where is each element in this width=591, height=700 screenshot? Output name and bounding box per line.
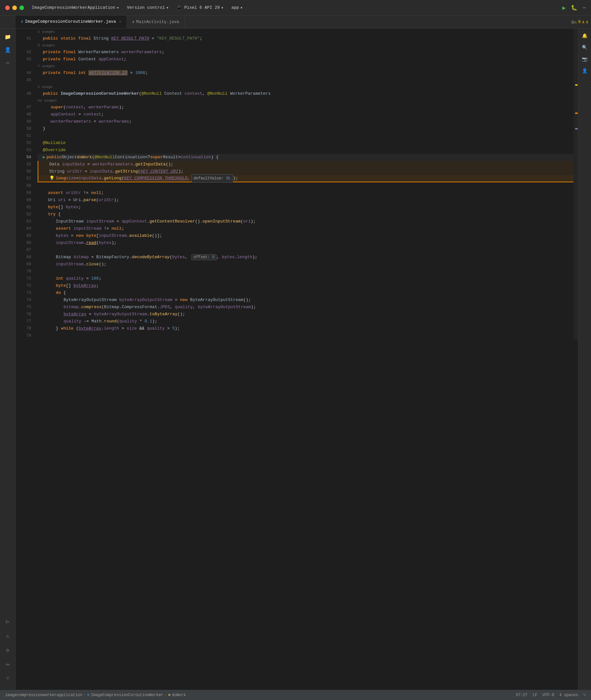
tab-coroutine-worker[interactable]: J ImageCompressionCoroutineWorker.java ✕ (15, 15, 127, 28)
breadcrumb-app: imagecompressionworkerapplication (5, 693, 82, 697)
line-53: 53 (15, 147, 31, 154)
extensions-icon[interactable]: ◇ (2, 644, 14, 656)
run-icon[interactable]: ▷ (2, 616, 14, 627)
version-control-title[interactable]: Version control ▾ (127, 5, 169, 10)
code-78-content: } while (byteArray.length > size && qual… (56, 325, 180, 332)
code-73-content: do { (56, 289, 66, 297)
code-scroll-area[interactable]: 41 42 43 44 45 46 47 48 49 50 51 52 (15, 28, 578, 690)
more-icon[interactable]: ⋯ (2, 57, 14, 69)
usage-label-44: 7 usages (38, 63, 574, 69)
profile-icon[interactable]: 👤 (580, 66, 589, 75)
code-line-64: assert inputStream != null; (38, 225, 574, 232)
project-title[interactable]: ImageCompressionWorkerApplication ▾ (32, 5, 119, 10)
breadcrumb: imagecompressionworkerapplication › ⊙ Im… (5, 693, 186, 697)
code-59-content: assert uriStr != null; (48, 189, 104, 197)
line-47: 47 (15, 104, 31, 111)
code-line-49: workerParameters = workerParams; (38, 118, 574, 125)
vc-chevron-icon: ▾ (166, 5, 169, 10)
code-line-77: quality -= Math.round(quality * 0.1); (38, 318, 574, 325)
code-54-content: ▶ public Object doWork(@NonNull Continua… (43, 154, 219, 161)
camera-icon[interactable]: 📷 (580, 55, 589, 64)
title-bar: ImageCompressionWorkerApplication ▾ Vers… (0, 0, 591, 15)
code-line-53: @Override (38, 147, 574, 154)
line-50: 50 (15, 125, 31, 132)
code-62-content: try { (48, 211, 61, 218)
code-line-47: super(context, workerParams); (38, 104, 574, 111)
warning-chevron-up[interactable]: ∧ (582, 19, 585, 25)
code-line-57: 💡 long size = inputData.getLong(KEY_COMP… (38, 175, 574, 182)
close-button[interactable] (5, 5, 10, 10)
line-66: 66 (15, 239, 31, 247)
default-value-hint: defaultValue: 0L (191, 174, 233, 183)
structure-icon[interactable]: 👤 (2, 44, 14, 56)
terminal-icon[interactable]: ▭ (2, 658, 14, 670)
line-73: 73 (15, 289, 31, 297)
line-78: 78 (15, 325, 31, 332)
tab-coroutine-worker-label: ImageCompressionCoroutineWorker.java (25, 19, 116, 24)
code-line-70 (38, 268, 574, 275)
line-55: 55 (15, 161, 31, 168)
line-54: 54 (15, 154, 31, 161)
code-57-content: 💡 long size = inputData.getLong(KEY_COMP… (49, 174, 238, 183)
line-67: 67 (15, 247, 31, 254)
status-bar-left: imagecompressionworkerapplication › ⊙ Im… (5, 693, 511, 697)
status-bar: imagecompressionworkerapplication › ⊙ Im… (0, 690, 591, 700)
line-46: 46 (15, 90, 31, 97)
code-75-content: bitmap.compress(Bitmap.CompressFormat.JP… (64, 304, 256, 311)
code-71-content: int quality = 100; (56, 275, 101, 282)
run-button[interactable]: ▶ (563, 4, 566, 11)
line-65: 65 (15, 232, 31, 239)
line-64: 64 (15, 225, 31, 232)
search-icon[interactable]: 🔍 (580, 43, 589, 52)
code-line-69: inputStream.close(); (38, 261, 574, 268)
code-60-content: Uri uri = Uri.parse(uriStr); (48, 197, 119, 204)
code-74-content: ByteArrayOutputStream byteArrayOutputStr… (64, 297, 251, 304)
line-74: 74 (15, 297, 31, 304)
code-line-63: InputStream inputStream = appContext.get… (38, 218, 574, 225)
tab-settings-icon[interactable]: ⚙ (571, 19, 575, 25)
line-44: 44 (15, 69, 31, 76)
line-71: 71 (15, 275, 31, 282)
scroll-bar[interactable] (574, 28, 578, 339)
code-55-content: Data inputData = workerParameters.getInp… (49, 161, 173, 168)
git-icon[interactable]: ⑂ (2, 673, 14, 685)
tab-bar: J ImageCompressionCoroutineWorker.java ✕… (0, 15, 591, 28)
maximize-button[interactable] (19, 5, 24, 10)
debug-button[interactable]: 🐛 (571, 5, 577, 11)
line-58: 58 (15, 182, 31, 189)
tab-main-activity[interactable]: J MainActivity.java (127, 15, 185, 28)
more-actions-button[interactable]: ⋯ (583, 5, 586, 11)
code-line-75: bitmap.compress(Bitmap.CompressFormat.JP… (38, 304, 574, 311)
minimize-button[interactable] (12, 5, 17, 10)
code-42-content: private final WorkerParameters workerPar… (43, 49, 165, 56)
app-title[interactable]: app ▾ (231, 5, 243, 10)
usage-label-47: no usages (38, 97, 574, 104)
code-50-content: } (43, 125, 46, 132)
code-line-52: @Nullable (38, 139, 574, 147)
vc-label: Version control (127, 5, 165, 10)
code-line-41: public static final String KEY_RESULT_PA… (38, 35, 574, 42)
device-icon: 📱 (177, 5, 182, 10)
breadcrumb-class: ImageCompressionCoroutineWorker (91, 693, 163, 697)
warning-chevron-down[interactable]: ∨ (586, 19, 588, 25)
cursor-position: 57:27 (516, 693, 527, 697)
minimap-warning-2 (575, 113, 578, 114)
project-files-icon[interactable]: 📁 (2, 31, 14, 43)
problems-icon[interactable]: ⚠ (2, 630, 14, 642)
code-41-content: public static final String KEY_RESULT_PA… (43, 35, 202, 42)
left-sidebar: 📁 👤 ⋯ ▷ ⚠ ◇ ▭ ⑂ (0, 28, 15, 690)
code-line-72: byte[] byteArray; (38, 282, 574, 289)
tab-close-icon[interactable]: ✕ (119, 19, 121, 24)
code-line-46: public ImageCompressionCoroutineWorker(@… (38, 90, 574, 97)
code-line-79 (38, 332, 574, 339)
minimap-warning-1 (575, 84, 578, 86)
offset-hint: offset: 0 (191, 254, 217, 260)
device-title[interactable]: 📱 Pixel 6 API 29 ▾ (177, 5, 223, 10)
tab-main-activity-label: MainActivity.java (136, 19, 179, 24)
code-43-content: private final Context appContext; (43, 56, 127, 63)
notifications-icon[interactable]: 🔔 (580, 31, 589, 40)
line-49: 49 (15, 118, 31, 125)
code-53-content: @Override (43, 147, 66, 154)
lightbulb-icon[interactable]: 💡 (49, 175, 55, 182)
code-line-62: try { (38, 211, 574, 218)
